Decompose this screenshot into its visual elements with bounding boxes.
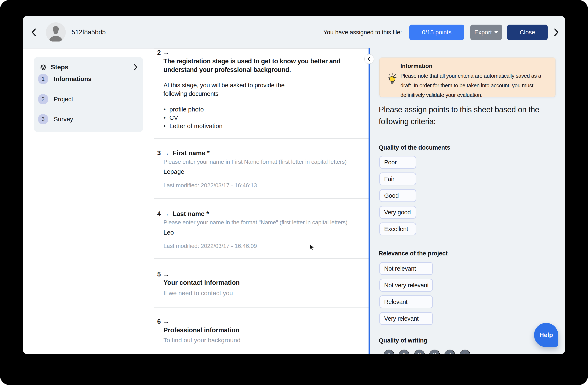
step-label: Survey [54, 116, 73, 123]
assigned-label: You have assigned to this file: [324, 29, 402, 36]
steps-panel: Steps 1 Informations 2 Project 3 [23, 48, 154, 354]
question-4: 4→Last name * Please enter your name in … [154, 199, 369, 259]
question-hint: Please enter your name in the format "Na… [164, 219, 348, 226]
rating-5[interactable]: 5 [460, 350, 470, 354]
mouse-cursor [308, 243, 315, 252]
page-title: 512f8a5bd5 [72, 28, 106, 36]
collapse-panel-button[interactable] [364, 54, 374, 64]
question-label: First name * [173, 149, 210, 157]
export-button-label: Export [474, 29, 492, 36]
info-body: Please note that all your criteria are a… [400, 71, 549, 100]
content: Steps 1 Informations 2 Project 3 [23, 48, 565, 354]
option-relevant[interactable]: Relevant [379, 295, 433, 308]
question-3: 3→First name * Please enter your name in… [154, 138, 369, 199]
layers-icon [40, 64, 47, 71]
form-panel: 2→ The registration stage is used to get… [154, 48, 369, 354]
question-number: 2→ [157, 49, 169, 56]
criteria-quality-documents-label: Quality of the documents [379, 144, 450, 151]
option-very-relevant[interactable]: Very relevant [379, 312, 433, 325]
criteria-quality-writing-label: Quality of writing [379, 337, 427, 344]
option-very-good[interactable]: Very good [379, 206, 416, 219]
question-hint: Please enter your name in First Name for… [164, 159, 346, 165]
step-number-badge: 2 [38, 94, 48, 104]
criteria-relevance-label: Relevance of the project [379, 250, 447, 257]
evaluation-panel: Information Please note that all your cr… [370, 48, 565, 354]
step-connector [43, 106, 43, 113]
evaluation-heading: Please assign points to this sheet based… [379, 104, 562, 128]
avatar [46, 22, 66, 42]
arrow-icon: → [163, 271, 169, 278]
list-item: Letter of motivation [164, 122, 223, 130]
question-2: 2→ The registration stage is used to get… [154, 48, 369, 138]
info-callout: Information Please note that all your cr… [379, 58, 556, 97]
rating-3[interactable]: 3 [429, 350, 440, 354]
answer-value: Leo [164, 229, 174, 236]
question-6: 6→ Professional information To find out … [154, 308, 369, 354]
rating-1[interactable]: 1 [399, 350, 410, 354]
question-intro-bold: The registration stage is used to get to… [164, 57, 342, 74]
step-connector [43, 86, 43, 93]
steps-card: Steps 1 Informations 2 Project 3 [34, 57, 143, 132]
question-number: 6→ [157, 318, 169, 325]
export-button[interactable]: Export [470, 24, 502, 40]
steps-header: Steps [40, 63, 138, 72]
rating-0[interactable]: 0 [383, 350, 394, 354]
section-subtitle: If we need to contact you [164, 290, 233, 297]
option-fair[interactable]: Fair [379, 173, 416, 185]
option-excellent[interactable]: Excellent [379, 223, 416, 235]
close-button[interactable]: Close [507, 24, 548, 40]
person-icon [46, 22, 66, 42]
question-5: 5→ Your contact information If we need t… [154, 259, 369, 308]
list-item: profile photo [164, 105, 223, 113]
step-number-badge: 1 [38, 74, 48, 84]
topbar: 512f8a5bd5 You have assigned to this fil… [23, 16, 565, 48]
chevron-left-icon [30, 28, 38, 37]
section-title: Professional information [164, 326, 239, 334]
caret-down-icon [494, 31, 498, 34]
option-not-relevant[interactable]: Not relevant [379, 262, 433, 275]
question-number: 3→First name * [157, 149, 210, 157]
points-button[interactable]: 0/15 points [409, 24, 464, 40]
rating-4[interactable]: 4 [444, 350, 455, 354]
last-modified: Last modified: 2022/03/17 - 16:46:09 [164, 243, 257, 249]
forward-button[interactable] [553, 28, 560, 37]
rating-2[interactable]: 2 [414, 350, 425, 354]
help-button[interactable]: Help [534, 323, 558, 347]
step-label: Informations [54, 75, 92, 83]
question-intro-text: At this stage, you will be asked to prov… [164, 81, 309, 98]
option-good[interactable]: Good [379, 189, 416, 202]
app-window: 512f8a5bd5 You have assigned to this fil… [23, 16, 565, 354]
back-button[interactable] [30, 28, 38, 37]
info-title: Information [400, 63, 432, 69]
sidebar-item-survey[interactable]: 3 Survey [38, 114, 73, 124]
option-poor[interactable]: Poor [379, 156, 416, 169]
arrow-icon: → [163, 210, 169, 218]
arrow-icon: → [163, 49, 169, 56]
steps-title: Steps [51, 64, 133, 71]
question-number: 5→ [157, 271, 169, 278]
lightbulb-icon [386, 72, 398, 85]
sidebar-item-project[interactable]: 2 Project [38, 94, 73, 104]
sidebar-item-informations[interactable]: 1 Informations [38, 74, 92, 84]
arrow-icon: → [163, 318, 169, 325]
document-list: profile photo CV Letter of motivation [164, 105, 223, 130]
chevron-right-icon[interactable] [133, 64, 138, 71]
chevron-right-icon [553, 28, 560, 37]
question-number: 4→Last name * [157, 210, 209, 218]
screen: 512f8a5bd5 You have assigned to this fil… [0, 0, 588, 385]
section-subtitle: To find out your background [164, 337, 240, 344]
step-number-badge: 3 [38, 114, 48, 124]
answer-value: Lepage [164, 168, 184, 175]
arrow-icon: → [163, 149, 169, 157]
option-not-very-relevant[interactable]: Not very relevant [379, 279, 433, 292]
last-modified: Last modified: 2022/03/17 - 16:46:13 [164, 182, 257, 189]
list-item: CV [164, 113, 223, 122]
step-label: Project [54, 96, 73, 103]
chevron-left-icon [367, 56, 371, 62]
section-title: Your contact information [164, 279, 240, 286]
question-label: Last name * [173, 210, 209, 218]
